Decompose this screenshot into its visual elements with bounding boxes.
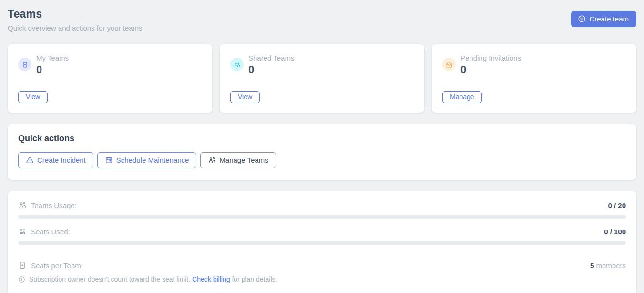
id-badge-icon [18,261,27,270]
quick-actions-card: Quick actions Create Incident Schedule M… [8,124,636,180]
users-icon [208,156,216,164]
plus-circle-icon [578,15,586,23]
calendar-icon [105,156,113,164]
stat-value: 0 [36,63,69,76]
teams-usage-progressbar [18,215,626,219]
stat-label: Shared Teams [248,54,294,62]
seats-used-row: Seats Used: 0 / 100 [18,227,626,236]
create-incident-button[interactable]: Create Incident [18,152,93,168]
teams-usage-value: 0 / 20 [608,201,626,209]
seats-used-label: Seats Used: [31,228,70,236]
create-incident-label: Create Incident [37,156,86,164]
users-outline-icon [18,201,27,209]
divider [18,253,626,253]
seats-used-value: 0 / 100 [604,228,626,236]
id-badge-icon [18,58,31,71]
page-subtitle: Quick overview and actions for your team… [8,24,143,32]
create-team-button[interactable]: Create team [571,11,636,27]
manage-invitations-button[interactable]: Manage [442,91,482,103]
manage-teams-label: Manage Teams [219,156,268,164]
teams-usage-row: Teams Usage: 0 / 20 [18,201,626,209]
seats-per-team-row: Seats per Team: 5 members [18,261,626,270]
seats-per-team-value: 5 members [590,262,626,270]
view-my-teams-button[interactable]: View [18,91,48,103]
stat-value: 0 [460,63,521,76]
usage-card: Teams Usage: 0 / 20 Seats Used: 0 / 100 [8,191,636,293]
quick-actions-title: Quick actions [18,134,626,144]
schedule-maintenance-button[interactable]: Schedule Maintenance [97,152,197,168]
note-suffix: for plan details. [232,275,277,283]
users-icon [230,58,244,71]
header-text: Teams Quick overview and actions for you… [8,8,143,32]
teams-usage-label: Teams Usage: [31,201,77,209]
pending-invitations-card: Pending Invitations 0 Manage [432,44,636,113]
quick-actions-row: Create Incident Schedule Maintenance Man… [18,152,626,168]
shared-teams-card: Shared Teams 0 View [220,44,424,113]
teams-page: Teams Quick overview and actions for you… [0,0,644,293]
users-filled-icon [18,227,27,236]
seats-per-team-label: Seats per Team: [31,262,83,270]
stat-label: Pending Invitations [460,54,521,62]
page-header: Teams Quick overview and actions for you… [8,8,636,32]
page-title: Teams [8,8,143,21]
stat-value: 0 [248,63,294,76]
info-circle-icon [18,276,25,283]
note-text: Subscription owner doesn't count toward … [29,275,190,283]
seats-used-progressbar [18,241,626,245]
schedule-maintenance-label: Schedule Maintenance [116,156,189,164]
check-billing-link[interactable]: Check billing [192,275,230,283]
stat-label: My Teams [36,54,69,62]
stats-row: My Teams 0 View Shared Teams 0 View [8,44,636,113]
manage-teams-button[interactable]: Manage Teams [200,152,276,168]
seats-per-team-unit: members [594,262,626,270]
seat-limit-note: Subscription owner doesn't count toward … [18,275,626,283]
alert-triangle-icon [26,156,34,164]
create-team-label: Create team [589,15,629,23]
view-shared-teams-button[interactable]: View [230,91,260,103]
my-teams-card: My Teams 0 View [8,44,212,113]
mail-opened-icon [442,58,456,71]
